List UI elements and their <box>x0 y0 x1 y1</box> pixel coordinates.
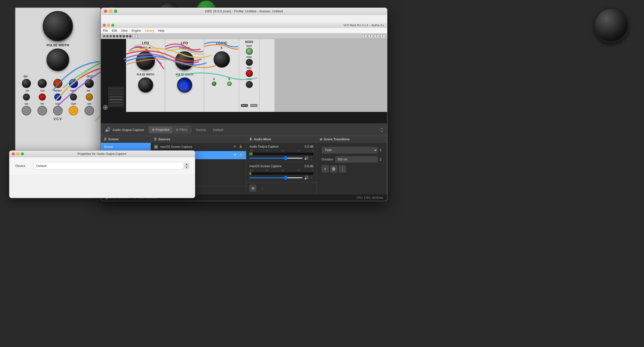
lfo2-freq-label: FREQ <box>179 47 186 49</box>
wave-tri[interactable] <box>37 106 47 115</box>
add-transition-btn[interactable]: + <box>322 165 329 172</box>
default-tab[interactable]: Default <box>211 127 226 133</box>
logic-port-a[interactable] <box>212 81 216 86</box>
minimize-button[interactable] <box>109 10 112 13</box>
source-properties-bar: 🔊 Audio Output Capture ⚙ Properties ⊞ Fi… <box>101 123 387 136</box>
expand-btn[interactable]: ▲ ▼ <box>381 127 383 133</box>
mixer-more-btn[interactable]: ⋮ <box>258 185 266 192</box>
port-pwm[interactable] <box>70 94 77 101</box>
add-module-btn-2[interactable]: + <box>362 34 367 38</box>
lfo2-pw-knob[interactable] <box>177 77 192 93</box>
vcv-max-btn[interactable] <box>111 24 114 27</box>
mixer-audio-mute[interactable]: 🔊 <box>304 156 308 160</box>
device-select[interactable]: Default <box>33 162 183 169</box>
add-module-btn-5[interactable]: + <box>380 34 385 38</box>
props-max-btn[interactable] <box>21 152 24 155</box>
close-button[interactable] <box>104 10 107 13</box>
pwm-label: PWM <box>69 90 78 92</box>
props-min-btn[interactable] <box>16 152 19 155</box>
right-main-knob[interactable] <box>594 8 629 43</box>
props-window-title: Properties for 'Audio Output Capture' <box>77 152 127 156</box>
lock-icon-audio[interactable]: 🔒 <box>239 153 243 157</box>
filters-tab[interactable]: ⊞ Filters <box>173 127 191 133</box>
transition-type-row: Fade Cut Slide <box>319 145 385 155</box>
nois-whit-knob[interactable] <box>246 48 253 55</box>
vcv-menu-bar: File Edit View Engine Library Help <box>101 28 387 33</box>
transition-more-btn[interactable]: ⋮ <box>339 165 346 172</box>
mixer-screen-fader[interactable] <box>249 177 302 178</box>
sources-header: ☰ Sources <box>151 136 246 143</box>
tb-dot-3 <box>109 35 112 37</box>
device-tab[interactable]: Device <box>193 127 209 133</box>
menu-view[interactable]: View <box>121 29 128 32</box>
knob-small-2[interactable] <box>38 79 47 88</box>
port-reset[interactable] <box>54 94 61 101</box>
lfo2-freq-knob[interactable] <box>175 51 194 70</box>
eye-icon-screen[interactable]: 👁 <box>233 145 237 149</box>
nois-pink-knob[interactable] <box>246 59 253 66</box>
props-close-btn[interactable] <box>12 152 15 155</box>
rack-add-btn[interactable]: + <box>103 105 108 110</box>
whit-label: WHIT <box>240 45 258 47</box>
obs-window-title: OBS 29.0.0 (mac) - Profile: Untitled - S… <box>205 9 283 13</box>
lfo1-pw-knob[interactable] <box>138 77 153 93</box>
saw-label: SAW <box>53 103 63 105</box>
vcv-close-btn[interactable] <box>103 24 106 27</box>
duration-up[interactable] <box>380 158 382 159</box>
wave-sqr[interactable] <box>69 106 78 115</box>
knob-inv[interactable] <box>22 79 31 88</box>
menu-file[interactable]: File <box>103 29 108 32</box>
tb-dot-4 <box>113 35 115 37</box>
scene-item-scene[interactable]: Scene <box>101 143 151 151</box>
fm-label-2: FM <box>84 90 93 92</box>
transition-select-down[interactable] <box>380 150 382 152</box>
nois-viol-knob[interactable] <box>246 81 253 88</box>
knob-fm-2[interactable] <box>85 79 94 88</box>
duration-down[interactable] <box>380 160 382 161</box>
lfo1-freq-knob[interactable] <box>136 51 155 70</box>
vcv-min-btn[interactable] <box>107 24 110 27</box>
tri-label: TRI <box>37 103 47 105</box>
properties-tab[interactable]: ⚙ Properties <box>149 127 173 133</box>
transition-type-select[interactable]: Fade Cut Slide <box>322 147 378 153</box>
scenes-icon: ☰ <box>104 138 107 141</box>
transition-select-up[interactable] <box>380 149 382 150</box>
port-clk[interactable] <box>39 94 46 101</box>
add-module-btn-4[interactable]: + <box>374 34 379 38</box>
logic-port-b[interactable] <box>227 81 232 86</box>
mixer-screen-more[interactable]: ⋮ <box>310 176 313 180</box>
pulse-width-label: PULSE WIDTH <box>19 43 97 47</box>
wave-saw[interactable] <box>53 106 63 115</box>
remove-transition-btn[interactable]: 🗑 <box>330 165 337 172</box>
device-stepper-up[interactable]: ▲ <box>184 163 189 166</box>
add-module-btn-1[interactable]: + <box>133 34 138 38</box>
wave-sin-2[interactable] <box>85 106 94 115</box>
mixer-audio-fader[interactable] <box>249 158 302 159</box>
waveform-display: + <box>101 39 126 112</box>
mixer-audio-more[interactable]: ⋮ <box>310 156 313 160</box>
add-module-btn-3[interactable]: + <box>368 34 373 38</box>
maximize-button[interactable] <box>114 10 117 13</box>
nois-red-knob[interactable] <box>246 70 253 77</box>
duration-input[interactable]: 300 ms <box>335 156 378 162</box>
props-titlebar: Properties for 'Audio Output Capture' <box>9 151 195 157</box>
main-knob-1[interactable] <box>43 11 73 41</box>
menu-help[interactable]: Help <box>158 29 165 32</box>
lock-icon-screen[interactable]: 🔒 <box>239 145 243 149</box>
logic-knob[interactable] <box>214 51 230 68</box>
menu-library[interactable]: Library <box>145 29 154 32</box>
device-stepper-down[interactable]: ▼ <box>184 166 189 169</box>
audio-icon: 🔊 <box>105 127 110 133</box>
knob-reset[interactable] <box>53 79 62 88</box>
pulse-width-knob[interactable] <box>47 49 69 71</box>
wave-sin-1[interactable] <box>22 106 31 115</box>
menu-engine[interactable]: Engine <box>132 29 141 32</box>
menu-edit[interactable]: Edit <box>112 29 117 32</box>
knob-pwm[interactable] <box>69 79 78 88</box>
eye-icon-audio[interactable]: 👁 <box>233 153 237 157</box>
mixer-gear-btn[interactable]: ⚙ <box>249 185 256 192</box>
source-item-screen[interactable]: 🖥 macOS Screen Capture 👁 🔒 <box>151 143 246 151</box>
mixer-screen-mute[interactable]: 🔊 <box>304 176 308 180</box>
port-fm-2[interactable] <box>86 94 93 101</box>
port-fm[interactable] <box>23 94 30 101</box>
